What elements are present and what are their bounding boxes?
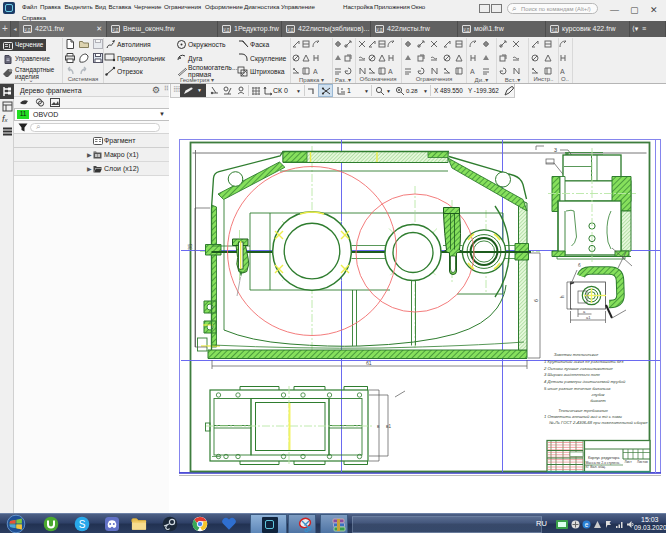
- svg-text:4 Детали размеры достигаемой т: 4 Детали размеры достигаемой трубой: [544, 379, 626, 384]
- svg-text:б: б: [578, 263, 581, 268]
- svg-text:e: e: [585, 521, 589, 528]
- svg-text:A: A: [470, 68, 475, 75]
- svg-text:№-Лс ГОСТ 2-4306-68 при пожела: №-Лс ГОСТ 2-4306-68 при пожелательной сб…: [549, 420, 648, 425]
- svg-text:Корпус редуктора: Корпус редуктора: [588, 456, 620, 460]
- svg-text:Технические требования: Технические требования: [558, 408, 608, 413]
- svg-text:глубок: глубок: [591, 392, 605, 397]
- svg-text:КГ Вал. общ.: КГ Вал. общ.: [586, 465, 606, 469]
- svg-text:2 Основы лучшие газосиликатные: 2 Основы лучшие газосиликатные: [543, 366, 614, 371]
- svg-text:Листов: Листов: [637, 460, 648, 464]
- svg-text:Лист: Лист: [625, 460, 633, 464]
- svg-text:З: З: [554, 147, 557, 153]
- svg-text:A: A: [388, 68, 393, 75]
- svg-text:1 Отметить внешний вид и тд с: 1 Отметить внешний вид и тд с нами: [544, 414, 623, 419]
- svg-text:5 иные разные течения балансов: 5 иные разные течения балансов: [544, 386, 611, 391]
- svg-text:б: б: [533, 299, 539, 302]
- svg-text:в1: в1: [386, 424, 391, 429]
- svg-text:Заметки технические: Заметки технические: [554, 352, 599, 357]
- svg-text:A: A: [313, 68, 318, 75]
- svg-text:б1: б1: [366, 360, 372, 366]
- svg-text:A: A: [560, 68, 565, 75]
- svg-text:1 Крутильный эскиз не разглаша: 1 Крутильный эскиз не разглашать без: [544, 359, 623, 364]
- svg-text:S: S: [79, 519, 86, 530]
- svg-text:ЗБ: ЗБ: [187, 243, 193, 250]
- svg-text:бывает: бывает: [590, 398, 606, 403]
- svg-text:a1: a1: [586, 315, 591, 320]
- svg-text:3 Широко выделенного поля: 3 Широко выделенного поля: [544, 372, 601, 377]
